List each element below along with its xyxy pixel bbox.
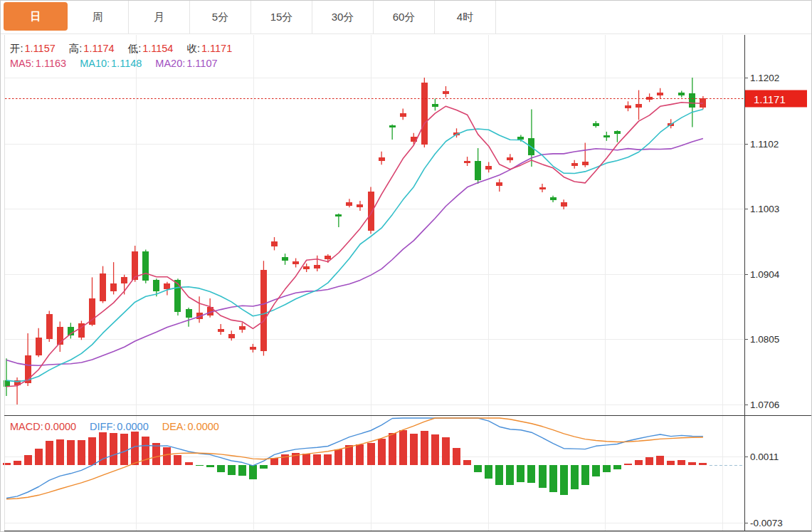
quote-value: 1.1157 (25, 43, 56, 54)
ma-value: 1.1148 (111, 58, 142, 69)
quote-label: 开: (10, 43, 23, 54)
price-axis-tick-label: 1.1202 (750, 73, 779, 83)
ma-value: 1.1163 (36, 58, 66, 69)
price-axis-tick-label: 1.0904 (750, 269, 780, 280)
quote-label: 低: (128, 43, 142, 54)
quote-value: 1.1171 (201, 43, 232, 54)
ma-item: MA20:1.1107 (155, 58, 217, 69)
price-axis-tick-label: 1.1003 (750, 204, 779, 214)
macd-axis-tick-label: 0.0011 (750, 452, 779, 462)
ma10-line (6, 110, 703, 382)
price-axis-tick-label: 1.0706 (750, 400, 779, 410)
candlestick-chart-svg[interactable]: 1.12021.11021.10031.09041.08051.07060.00… (1, 1, 812, 532)
macd-histogram (3, 430, 707, 495)
macd-value: 0.0000 (188, 421, 219, 432)
quote-item: 收:1.1171 (186, 43, 232, 54)
macd-item: DEA:0.0000 (162, 421, 219, 432)
ma-item: MA5:1.1163 (10, 58, 66, 69)
quote-item: 低:1.1154 (128, 43, 174, 54)
ma-item: MA10:1.1148 (80, 58, 142, 69)
price-axis-tick-label: 1.0805 (750, 334, 779, 345)
ma-label: MA5: (10, 58, 34, 69)
last-price-badge-text: 1.1171 (754, 93, 786, 105)
quote-item: 开:1.1157 (10, 43, 56, 54)
ma-label: MA10: (80, 58, 110, 69)
macd-item: MACD:0.0000 (10, 421, 76, 432)
quote-label: 高: (69, 43, 83, 54)
macd-legend: MACD:0.0000DIFF:0.0000DEA:0.0000 (10, 421, 233, 432)
macd-item: DIFF:0.0000 (90, 421, 149, 432)
trading-chart-window: 日周月5分15分30分60分4时 1.12021.11021.10031.090… (0, 0, 812, 532)
quote-value: 1.1154 (142, 43, 173, 54)
macd-value: 0.0000 (45, 421, 76, 432)
ma5-line (6, 103, 703, 387)
candles-layer (4, 78, 707, 405)
price-axis-tick-label: 1.1102 (750, 139, 779, 150)
ma-label: MA20: (155, 58, 185, 69)
macd-axis-tick-label: -0.0073 (750, 518, 783, 528)
quote-label: 收: (186, 43, 200, 54)
ohlc-readout: 开:1.1157高:1.1174低:1.1154收:1.1171 (10, 42, 246, 56)
macd-value: 0.0000 (117, 421, 148, 432)
ma-value: 1.1107 (186, 58, 217, 69)
macd-label: DIFF: (90, 421, 115, 432)
ma-legend: MA5:1.1163MA10:1.1148MA20:1.1107 (10, 58, 231, 69)
quote-value: 1.1174 (83, 43, 114, 54)
macd-label: MACD: (10, 421, 43, 432)
quote-item: 高:1.1174 (69, 43, 115, 54)
macd-label: DEA: (162, 421, 186, 432)
